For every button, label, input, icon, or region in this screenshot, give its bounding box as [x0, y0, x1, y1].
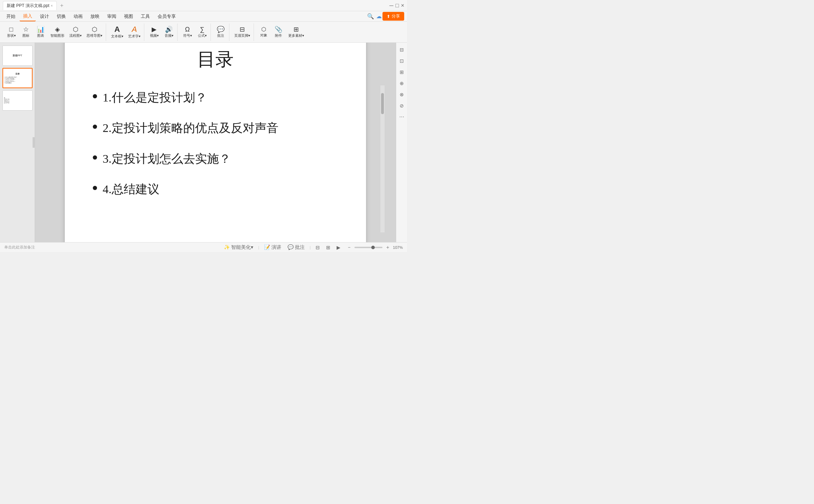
- video-icon: ▶: [152, 26, 157, 33]
- minimize-button[interactable]: ─: [389, 2, 393, 9]
- collapse-panel-button[interactable]: ‹: [33, 137, 35, 148]
- attachment-icon: 📎: [275, 26, 282, 33]
- comment-status-icon: 💬: [288, 244, 294, 250]
- pagefooter-button[interactable]: ⊟ 页眉页脚▾: [232, 23, 252, 41]
- symbol-icon: Ω: [185, 26, 189, 33]
- slide-canvas[interactable]: 目录 1.什么是定投计划？ 2.定投计划策略的优点及反对声音 3.定投计划怎么去…: [65, 43, 366, 242]
- bullet-dot-4: [93, 186, 97, 190]
- chart-button[interactable]: 📊 图表: [34, 23, 48, 41]
- bullet-text-3: 3.定投计划怎么去实施？: [103, 150, 231, 167]
- flowchart-button[interactable]: ⬡ 流程图▾: [67, 23, 84, 41]
- object-button[interactable]: ⬡ 对象: [257, 23, 271, 41]
- icon-button[interactable]: ☆ 图标: [19, 23, 33, 41]
- slide-content: 1.什么是定投计划？ 2.定投计划策略的优点及反对声音 3.定投计划怎么去实施？…: [65, 82, 366, 219]
- mindmap-button[interactable]: ⬡ 思维导图▾: [84, 23, 104, 41]
- cloud-save-icon[interactable]: ☁: [376, 13, 382, 20]
- scrollbar-thumb[interactable]: [381, 93, 384, 114]
- slide-area[interactable]: 目录 1.什么是定投计划？ 2.定投计划策略的优点及反对声音 3.定投计划怎么去…: [35, 43, 396, 242]
- share-button[interactable]: ⬆ 分享: [382, 12, 404, 21]
- bullet-dot-2: [93, 125, 97, 129]
- icon-icon: ☆: [23, 26, 29, 33]
- mindmap-icon: ⬡: [92, 26, 97, 33]
- arttext-icon: A: [132, 26, 137, 33]
- toolbar-group-shapes: □ 形状▾ ☆ 图标 📊 图表 ◈ 智能图形 ⬡ 流程图▾ ⬡ 思维导图▾: [3, 23, 106, 41]
- smart-icon: ✨: [224, 244, 230, 250]
- bullet-item-1: 1.什么是定投计划？: [93, 89, 338, 106]
- zoom-out-button[interactable]: －: [345, 244, 353, 251]
- presentation-notes-button[interactable]: 📝 演讲: [263, 244, 283, 251]
- comment-status-button[interactable]: 💬 批注: [286, 244, 306, 251]
- right-panel-btn-6[interactable]: ⊘: [398, 102, 406, 110]
- smart-beautify-button[interactable]: ✨ 智能美化▾: [222, 244, 255, 251]
- new-tab-button[interactable]: +: [59, 2, 65, 9]
- smartshape-button[interactable]: ◈ 智能图形: [48, 23, 67, 41]
- menu-search-area: 🔍: [366, 12, 375, 21]
- menu-design[interactable]: 设计: [36, 12, 53, 21]
- more-materials-icon: ⊞: [294, 26, 299, 33]
- slide-title: 目录: [65, 43, 366, 72]
- toolbar-group-symbols: Ω 符号▾ ∑ 公式▾: [179, 23, 211, 41]
- vertical-scrollbar[interactable]: [380, 85, 385, 232]
- right-panel-btn-3[interactable]: ⊞: [398, 68, 406, 76]
- bullet-text-4: 4.总结建议: [103, 181, 159, 198]
- bullet-dot-1: [93, 94, 97, 98]
- close-button[interactable]: ×: [401, 2, 404, 9]
- grid-view-button[interactable]: ⊞: [325, 244, 332, 251]
- toolbar-group-text: A 文本框▾ A 艺术字▾: [108, 23, 144, 41]
- textbox-button[interactable]: A 文本框▾: [109, 23, 125, 41]
- slide-thumbnail-1[interactable]: 新建PPT: [2, 46, 33, 66]
- shape-button[interactable]: □ 形状▾: [4, 23, 18, 41]
- notes-icon: 📝: [264, 244, 270, 250]
- menu-tools[interactable]: 工具: [137, 12, 153, 21]
- slide-thumbnail-3[interactable]: 音 定投计划 策略优点 反对声音: [2, 90, 33, 111]
- audio-button[interactable]: 🔊 音频▾: [162, 23, 176, 41]
- slide-thumbnail-2[interactable]: 目录 • 1.什么是定投计划？ • 2.定投计划策略... • 3.定投计划怎么…: [2, 68, 33, 88]
- slideshow-view-button[interactable]: ▶: [335, 244, 342, 251]
- title-bar: 新建 PPT 演示文稿.ppt × + ─ □ ×: [0, 0, 407, 11]
- normal-view-button[interactable]: ⊟: [314, 244, 321, 251]
- right-panel-btn-1[interactable]: ⊟: [398, 46, 406, 54]
- comment-button[interactable]: 💬 批注: [214, 23, 228, 41]
- bullet-item-4: 4.总结建议: [93, 181, 338, 198]
- main-layout: ‹ 新建PPT 目录 • 1.什么是定投计划？ • 2.定投计划策略... • …: [0, 43, 407, 242]
- toolbar-group-pagefooter: ⊟ 页眉页脚▾: [231, 23, 254, 41]
- right-panel-btn-more[interactable]: ⋯: [398, 113, 406, 121]
- attachment-button[interactable]: 📎 附件: [271, 23, 285, 41]
- more-materials-button[interactable]: ⊞ 更多素材▾: [286, 23, 306, 41]
- zoom-in-button[interactable]: ＋: [384, 244, 392, 251]
- menu-membership[interactable]: 会员专享: [154, 12, 179, 21]
- arttext-button[interactable]: A 艺术字▾: [126, 23, 143, 41]
- document-tab[interactable]: 新建 PPT 演示文稿.ppt ×: [3, 1, 57, 10]
- flowchart-icon: ⬡: [73, 26, 78, 33]
- formula-button[interactable]: ∑ 公式▾: [195, 23, 209, 41]
- search-button[interactable]: 🔍: [366, 12, 375, 21]
- menu-home[interactable]: 开始: [3, 12, 19, 21]
- right-panel-btn-5[interactable]: ⊗: [398, 90, 406, 99]
- slide-thumb-content-1: 新建PPT: [3, 46, 32, 65]
- menu-slideshow[interactable]: 放映: [87, 12, 103, 21]
- right-panel-btn-2[interactable]: ⊡: [398, 57, 406, 65]
- maximize-button[interactable]: □: [395, 2, 399, 9]
- tab-title: 新建 PPT 演示文稿.ppt: [7, 3, 49, 9]
- window-controls: ─ □ ×: [389, 2, 404, 9]
- share-icon: ⬆: [387, 14, 390, 19]
- menu-transition[interactable]: 切换: [53, 12, 69, 21]
- zoom-control: － ＋ 107%: [345, 244, 403, 251]
- tab-close-button[interactable]: ×: [51, 4, 53, 8]
- bullet-item-3: 3.定投计划怎么去实施？: [93, 150, 338, 167]
- menu-animation[interactable]: 动画: [70, 12, 86, 21]
- zoom-slider[interactable]: [354, 247, 382, 248]
- right-panel-btn-4[interactable]: ⊕: [398, 79, 406, 88]
- bullet-text-2: 2.定投计划策略的优点及反对声音: [103, 120, 278, 136]
- textbox-icon: A: [115, 26, 120, 33]
- toolbar: □ 形状▾ ☆ 图标 📊 图表 ◈ 智能图形 ⬡ 流程图▾ ⬡ 思维导图▾ A …: [0, 22, 407, 43]
- toolbar-group-comment: 💬 批注: [212, 23, 229, 41]
- chart-icon: 📊: [37, 26, 44, 33]
- video-button[interactable]: ▶ 视频▾: [147, 23, 161, 41]
- status-bar: 单击此处添加备注 ✨ 智能美化▾ | 📝 演讲 💬 批注 | ⊟ ⊞ ▶ － ＋…: [0, 242, 407, 252]
- menu-review[interactable]: 审阅: [104, 12, 120, 21]
- menu-insert[interactable]: 插入: [20, 12, 36, 21]
- bullet-dot-3: [93, 155, 97, 160]
- symbol-button[interactable]: Ω 符号▾: [180, 23, 194, 41]
- menu-view[interactable]: 视图: [120, 12, 137, 21]
